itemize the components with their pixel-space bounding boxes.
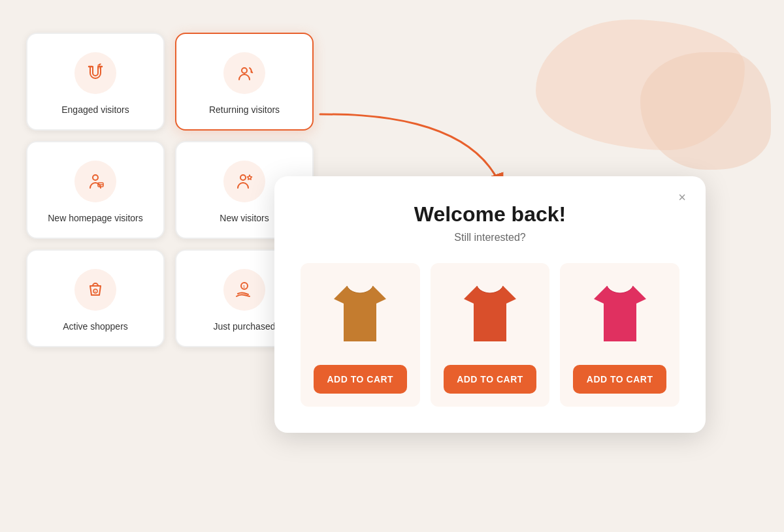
- svg-point-0: [98, 67, 101, 69]
- modal-subtitle: Still interested?: [301, 232, 679, 243]
- returning-icon: [234, 63, 255, 84]
- product-card-orange: ADD TO CART: [431, 263, 550, 407]
- svg-point-1: [242, 68, 247, 73]
- active-shoppers-icon-circle: $: [74, 269, 116, 311]
- new-visitors-icon-circle: [223, 161, 265, 202]
- segment-card-engaged-visitors[interactable]: Engaged visitors: [26, 33, 165, 131]
- segment-card-new-homepage-visitors[interactable]: New homepage visitors: [26, 141, 165, 239]
- tshirt-orange-svg: [454, 276, 526, 354]
- segment-card-returning-visitors[interactable]: Returning visitors: [175, 33, 314, 131]
- magnet-icon: [85, 63, 106, 84]
- product-image-pink: [584, 276, 656, 354]
- svg-point-4: [240, 175, 246, 180]
- add-to-cart-button-orange[interactable]: ADD TO CART: [444, 365, 537, 394]
- segment-card-active-shoppers[interactable]: $ Active shoppers: [26, 249, 165, 347]
- hand-coin-icon: $: [234, 279, 255, 300]
- person-home-icon: [85, 171, 106, 192]
- product-card-tan: ADD TO CART: [301, 263, 420, 407]
- product-card-pink: ADD TO CART: [560, 263, 679, 407]
- new-homepage-visitors-label: New homepage visitors: [48, 213, 143, 223]
- engaged-visitors-label: Engaged visitors: [61, 104, 129, 115]
- modal-close-button[interactable]: ×: [673, 188, 691, 206]
- returning-visitors-icon-circle: [223, 52, 265, 94]
- person-star-icon: [234, 171, 255, 192]
- decorative-blob-2: [640, 52, 771, 170]
- new-visitors-label: New visitors: [220, 213, 269, 223]
- product-image-orange: [454, 276, 526, 354]
- engaged-visitors-icon-circle: [74, 52, 116, 94]
- active-shoppers-label: Active shoppers: [63, 321, 128, 332]
- modal-title: Welcome back!: [301, 202, 679, 227]
- tshirt-pink-svg: [584, 276, 656, 354]
- segments-panel: Engaged visitors Returning visitors New …: [26, 33, 314, 347]
- product-image-tan: [324, 276, 396, 354]
- new-homepage-visitors-icon-circle: [74, 161, 116, 202]
- add-to-cart-button-tan[interactable]: ADD TO CART: [314, 365, 407, 394]
- add-to-cart-button-pink[interactable]: ADD TO CART: [573, 365, 666, 394]
- svg-text:$: $: [95, 290, 97, 293]
- shopping-bag-icon: $: [85, 279, 106, 300]
- svg-point-2: [93, 175, 98, 180]
- tshirt-tan-svg: [324, 276, 396, 354]
- just-purchased-icon-circle: $: [223, 269, 265, 311]
- welcome-modal: × Welcome back! Still interested? ADD TO…: [274, 176, 706, 433]
- just-purchased-label: Just purchased: [214, 321, 276, 332]
- products-grid: ADD TO CART ADD TO CART ADD TO CART: [301, 263, 679, 407]
- svg-text:$: $: [243, 285, 245, 289]
- returning-visitors-label: Returning visitors: [209, 104, 280, 115]
